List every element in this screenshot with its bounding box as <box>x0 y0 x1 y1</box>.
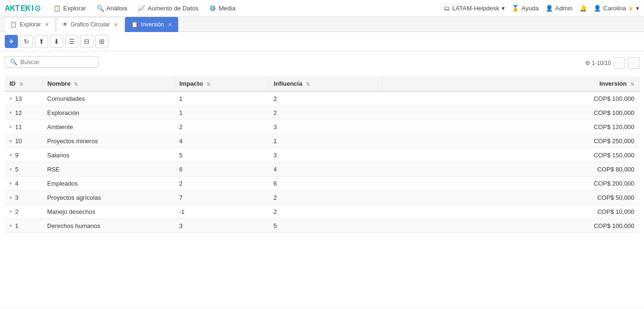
toolbar: + ↻ ⬆ ⬇ ☰ ⊟ ⊞ <box>0 32 644 51</box>
nav-explorar-icon: 📋 <box>53 5 61 12</box>
cell-id-6: 4 <box>15 180 18 187</box>
filter-icon: ⊟ <box>84 38 90 45</box>
cell-influencia-2: 3 <box>269 120 382 134</box>
list-button[interactable]: ☰ <box>65 35 78 48</box>
col-header-influencia[interactable]: Influencia ⇅ <box>269 76 382 91</box>
cell-nombre-5: RSE <box>42 163 174 177</box>
content-area: 🔍 ⚙ 1-10/10 ‹ › ID ⇅ Nombre ⇅ <box>0 51 644 309</box>
cell-inversion-3: COP$ 250,000 <box>382 134 639 148</box>
cell-nombre-3: Proyectos mineros <box>42 134 174 148</box>
col-header-id[interactable]: ID ⇅ <box>5 76 42 91</box>
download-button[interactable]: ⬇ <box>50 35 63 48</box>
row-expand-icon[interactable]: ▾ <box>9 195 12 201</box>
tab-inversion-close[interactable]: ✕ <box>168 22 172 28</box>
cell-id-3: 10 <box>15 138 22 145</box>
user-label: Carolina <box>603 5 626 12</box>
grid-icon: ⊞ <box>99 38 105 45</box>
user-item[interactable]: 👤 Carolina ♛ ▾ <box>594 5 639 12</box>
cell-chevron-7[interactable]: ▾ 3 <box>5 191 42 204</box>
prev-page-button[interactable]: ‹ <box>614 57 625 69</box>
row-expand-icon[interactable]: ▾ <box>9 209 12 215</box>
next-page-button[interactable]: › <box>628 57 639 69</box>
sort-id-icon: ⇅ <box>19 81 23 87</box>
cell-chevron-9[interactable]: ▾ 1 <box>5 219 42 233</box>
cell-chevron-4[interactable]: ▾ 9 <box>5 148 42 162</box>
nav-analisis[interactable]: 🔍 Análisis <box>96 3 129 14</box>
col-header-inversion[interactable]: Inversión ⇅ <box>382 76 639 91</box>
cell-chevron-1[interactable]: ▾ 12 <box>5 106 42 120</box>
row-expand-icon[interactable]: ▾ <box>9 124 12 130</box>
refresh-button[interactable]: ↻ <box>20 35 33 48</box>
cell-inversion-8: COP$ 10,000 <box>382 205 639 219</box>
cell-influencia-5: 4 <box>269 163 382 177</box>
cell-inversion-5: COP$ 80,000 <box>382 163 639 177</box>
nav-analisis-label: Análisis <box>107 5 128 12</box>
table-row: ▾ 10 Proyectos mineros 4 1 COP$ 250,000 <box>5 134 639 148</box>
cell-chevron-3[interactable]: ▾ 10 <box>5 134 42 148</box>
search-input[interactable] <box>20 58 94 65</box>
nav-media[interactable]: ⚙️ Media <box>208 3 236 14</box>
cell-nombre-7: Proyectos agrícolas <box>42 191 174 205</box>
col-header-impacto[interactable]: Impacto ⇅ <box>174 76 269 91</box>
tab-explorar-icon: 📋 <box>10 21 17 28</box>
table-row: ▾ 11 Ambiente 2 3 COP$ 120,000 <box>5 120 639 134</box>
cell-impacto-8: -1 <box>174 205 269 219</box>
cell-influencia-3: 1 <box>269 134 382 148</box>
cell-id-7: 3 <box>15 194 18 201</box>
cell-impacto-5: 6 <box>174 163 269 177</box>
cell-chevron-8[interactable]: ▾ 2 <box>5 205 42 219</box>
table-row: ▾ 5 RSE 6 4 COP$ 80,000 <box>5 163 639 177</box>
cell-chevron-5[interactable]: ▾ 5 <box>5 163 42 176</box>
cell-id-8: 2 <box>15 208 18 215</box>
tab-explorar[interactable]: 📋 Explorar ✕ <box>4 17 55 32</box>
row-expand-icon[interactable]: ▾ <box>9 96 12 102</box>
helpdesk-item[interactable]: 🗂 LATAM-Helpdesk ▾ <box>444 5 505 12</box>
cell-impacto-0: 1 <box>174 91 269 106</box>
add-button[interactable]: + <box>5 35 18 48</box>
upload-button[interactable]: ⬆ <box>35 35 48 48</box>
tab-grafico-icon: 👁 <box>62 21 68 28</box>
search-bar[interactable]: 🔍 <box>5 56 99 68</box>
table-row: ▾ 3 Proyectos agrícolas 7 2 COP$ 50,000 <box>5 191 639 205</box>
cell-id-0: 13 <box>15 95 22 102</box>
nav-explorar[interactable]: 📋 Explorar <box>52 3 87 14</box>
col-header-nombre[interactable]: Nombre ⇅ <box>42 76 174 91</box>
tab-grafico[interactable]: 👁 Gráfico Circular ✕ <box>56 17 124 32</box>
table-row: ▾ 13 Comunidades 1 2 COP$ 100,000 <box>5 91 639 106</box>
cell-chevron-6[interactable]: ▾ 4 <box>5 177 42 190</box>
filter-button[interactable]: ⊟ <box>80 35 93 48</box>
cell-nombre-2: Ambiente <box>42 120 174 134</box>
tab-explorar-label: Explorar <box>20 21 41 28</box>
cell-chevron-0[interactable]: ▾ 13 <box>5 92 42 106</box>
tab-explorar-close[interactable]: ✕ <box>45 22 49 28</box>
tab-inversion-label: Inversión <box>141 21 164 28</box>
grid-button[interactable]: ⊞ <box>95 35 108 48</box>
ayuda-item[interactable]: 🏅 Ayuda <box>512 5 539 12</box>
row-expand-icon[interactable]: ▾ <box>9 110 12 116</box>
row-expand-icon[interactable]: ▾ <box>9 223 12 229</box>
table-row: ▾ 1 Derechos humanos 3 5 COP$ 100,000 <box>5 219 639 233</box>
logo-accent: EK <box>20 4 30 13</box>
notification-item[interactable]: 🔔 <box>579 5 587 12</box>
cell-impacto-4: 5 <box>174 148 269 163</box>
cell-impacto-3: 4 <box>174 134 269 148</box>
pagination-gear-icon: ⚙ <box>585 60 590 66</box>
data-table: ID ⇅ Nombre ⇅ Impacto ⇅ Influencia ⇅ Inv… <box>5 76 639 233</box>
admin-item[interactable]: 👤 Admin <box>545 5 573 12</box>
cell-chevron-2[interactable]: ▾ 11 <box>5 120 42 134</box>
nav-aumento-datos[interactable]: 📈 Aumento de Datos <box>137 3 199 14</box>
cell-id-4: 9 <box>15 152 18 159</box>
row-expand-icon[interactable]: ▾ <box>9 152 12 158</box>
cell-influencia-1: 2 <box>269 106 382 120</box>
pagination-range: 1-10/10 <box>592 60 611 66</box>
tab-grafico-close[interactable]: ✕ <box>114 22 118 28</box>
pagination-info: ⚙ 1-10/10 <box>585 60 611 66</box>
cell-inversion-1: COP$ 100,000 <box>382 106 639 120</box>
row-expand-icon[interactable]: ▾ <box>9 166 12 172</box>
cell-impacto-1: 1 <box>174 106 269 120</box>
tab-inversion[interactable]: 📋 Inversión ✕ <box>125 17 178 32</box>
table-header: ID ⇅ Nombre ⇅ Impacto ⇅ Influencia ⇅ Inv… <box>5 76 639 91</box>
row-expand-icon[interactable]: ▾ <box>9 138 12 144</box>
row-expand-icon[interactable]: ▾ <box>9 180 12 187</box>
helpdesk-icon: 🗂 <box>444 5 450 12</box>
